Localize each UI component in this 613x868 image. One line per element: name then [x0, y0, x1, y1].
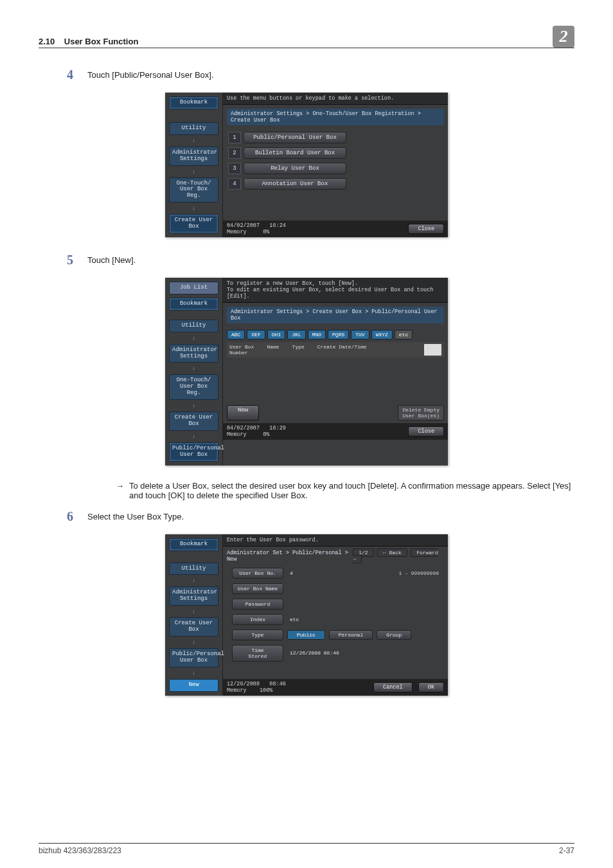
alpha-key-mno[interactable]: MNO — [308, 330, 326, 339]
step5-number: 5 — [39, 253, 87, 267]
down-arrow-icon: ↓ — [169, 403, 218, 408]
step5-text: Touch [New]. — [87, 253, 136, 267]
alpha-key-wxyz[interactable]: WXYZ — [371, 330, 393, 339]
down-arrow-icon: ↓ — [169, 640, 218, 645]
section-no: 2.10 — [39, 37, 55, 46]
side-utility[interactable]: Utility — [169, 122, 218, 135]
list-header: User Box Number Name Type Create Date/Ti… — [227, 342, 444, 357]
side-create-user-box[interactable]: Create User Box — [169, 214, 218, 233]
delete-empty-button[interactable]: Delete Empty User Box(es) — [398, 405, 444, 420]
annotation-user-box-button[interactable]: Annotation User Box — [244, 178, 346, 190]
down-arrow-icon: ↓ — [169, 434, 218, 439]
down-arrow-icon: ↓ — [169, 609, 218, 614]
time-stored-label: Time Stored — [232, 645, 283, 662]
side-admin-settings[interactable]: Administrator Settings — [169, 344, 218, 363]
type-group-button[interactable]: Group — [377, 630, 411, 640]
type-public-button[interactable]: Public — [287, 630, 325, 640]
side-admin-settings[interactable]: Administrator Settings — [169, 147, 218, 166]
alpha-key-abc[interactable]: ABC — [227, 330, 245, 339]
down-arrow-icon: ↓ — [169, 138, 218, 143]
alpha-key-tuv[interactable]: TUV — [351, 330, 369, 339]
down-arrow-icon: ↓ — [169, 169, 218, 174]
instruction-text: To register a new User Box, touch [New].… — [223, 278, 448, 303]
user-box-no-value: 4 — [287, 570, 395, 576]
cancel-button[interactable]: Cancel — [373, 682, 413, 692]
alpha-key-ghi[interactable]: GHI — [267, 330, 285, 339]
type-personal-button[interactable]: Personal — [329, 630, 373, 640]
status-time: 08:46 — [269, 681, 286, 687]
side-onetouch[interactable]: One-Touch/ User Box Reg. — [169, 177, 218, 203]
status-date: 04/02/2007 — [227, 222, 260, 229]
time-stored-value: 12/26/2008 08:46 — [287, 650, 439, 656]
status-time: 16:24 — [269, 222, 286, 229]
col-name: Name — [267, 344, 279, 356]
index-label[interactable]: Index — [232, 614, 283, 625]
status-mem-label: Memory — [227, 229, 247, 235]
section-header: 2.10 User Box Function — [39, 37, 138, 46]
alpha-key-def[interactable]: DEF — [247, 330, 265, 339]
public-personal-user-box-button[interactable]: Public/Personal User Box — [244, 132, 346, 143]
delete-note-text: To delete a User Box, select the desired… — [129, 481, 574, 500]
screen-new-user-box: Bookmark Utility ↓ Administrator Setting… — [165, 534, 448, 696]
step6-text: Select the User Box Type. — [87, 509, 184, 524]
list-body-empty — [227, 357, 444, 402]
alpha-index: ABC DEF GHI JKL MNO PQRS TUV WXYZ etc — [227, 330, 444, 339]
status-text: 12/26/2008 08:46 Memory 100% — [227, 681, 286, 694]
instruction-text: Use the menu buttons or keypad to make a… — [223, 93, 448, 105]
side-create-user-box[interactable]: Create User Box — [169, 617, 218, 637]
bookmark-tab[interactable]: Bookmark — [169, 298, 218, 311]
col-type: Type — [292, 344, 305, 356]
side-public-personal[interactable]: Public/Personal User Box — [169, 442, 218, 462]
ok-button[interactable]: OK — [418, 682, 444, 692]
delete-note: → To delete a User Box, select the desir… — [116, 481, 574, 500]
down-arrow-icon: ↓ — [169, 578, 218, 583]
close-button[interactable]: Close — [408, 224, 444, 234]
new-button[interactable]: New — [227, 405, 259, 420]
screen-create-user-box: Bookmark Utility ↓ Administrator Setting… — [165, 93, 448, 237]
job-list-tab[interactable]: Job List — [169, 282, 218, 294]
close-button[interactable]: Close — [408, 426, 444, 437]
user-box-no-range: 1 - 999999999 — [399, 570, 439, 576]
status-mem-label: Memory — [227, 687, 247, 694]
section-title: User Box Function — [64, 37, 139, 46]
step4-number: 4 — [39, 68, 87, 82]
side-onetouch[interactable]: One-Touch/ User Box Reg. — [169, 374, 218, 400]
user-box-name-label[interactable]: User Box Name — [232, 583, 283, 594]
status-text: 04/02/2007 16:29 Memory 0% — [227, 425, 286, 438]
down-arrow-icon: ↓ — [169, 366, 218, 371]
col-boxno: User Box Number — [229, 344, 254, 356]
index-value: etc — [287, 617, 439, 622]
status-mem-pct: 100% — [260, 687, 272, 694]
alpha-key-etc[interactable]: etc — [395, 330, 413, 339]
side-create-user-box[interactable]: Create User Box — [169, 411, 218, 431]
side-new[interactable]: New — [169, 679, 218, 692]
type-label: Type — [232, 629, 283, 640]
arrow-icon: → — [116, 481, 124, 500]
instruction-text: Enter the User Box password. — [223, 534, 448, 547]
down-arrow-icon: ↓ — [169, 336, 218, 341]
back-button[interactable]: ← Back — [377, 548, 407, 557]
option-number-4: 4 — [228, 178, 241, 190]
alpha-key-pqrs[interactable]: PQRS — [328, 330, 349, 339]
option-number-3: 3 — [228, 163, 241, 174]
side-utility[interactable]: Utility — [169, 563, 218, 575]
step6-number: 6 — [39, 509, 87, 524]
relay-user-box-button[interactable]: Relay User Box — [244, 163, 346, 174]
user-box-no-label[interactable]: User Box No. — [232, 568, 283, 579]
option-number-2: 2 — [228, 147, 241, 159]
down-arrow-icon: ↓ — [169, 206, 218, 211]
alpha-key-jkl[interactable]: JKL — [287, 330, 305, 339]
bulletin-board-user-box-button[interactable]: Bulletin Board User Box — [244, 147, 346, 159]
breadcrumb: Administrator Set > Public/Personal > Ne… — [227, 550, 353, 563]
option-number-1: 1 — [228, 132, 241, 143]
side-admin-settings[interactable]: Administrator Settings — [169, 586, 218, 606]
side-public-personal[interactable]: Public/Personal User Box — [169, 648, 218, 667]
down-arrow-icon: ↓ — [169, 671, 218, 676]
side-utility[interactable]: Utility — [169, 320, 218, 332]
bookmark-tab[interactable]: Bookmark — [169, 96, 218, 109]
status-mem-pct: 0% — [263, 229, 269, 235]
step4-text: Touch [Public/Personal User Box]. — [87, 68, 214, 82]
bookmark-tab[interactable]: Bookmark — [169, 538, 218, 551]
password-label[interactable]: Password — [232, 599, 283, 610]
status-text: 04/02/2007 16:24 Memory 0% — [227, 222, 286, 235]
